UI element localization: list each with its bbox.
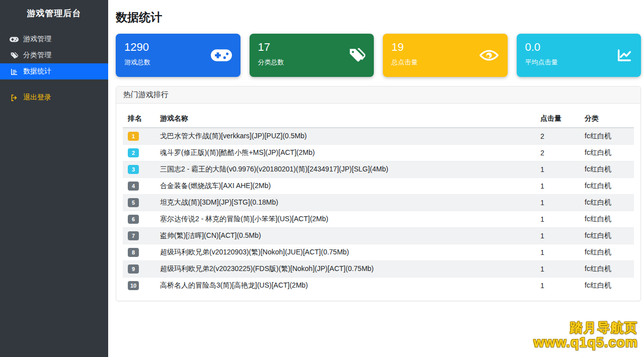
rank-cell: 9: [123, 261, 155, 278]
main-content: 数据统计 1290 游戏总数 17 分类总数: [108, 0, 644, 357]
category-cell: fc红白机: [580, 244, 634, 261]
table-row: 3 三国志2 - 霸王的大陆(v0.9976)(v20180201)(简)[24…: [123, 161, 634, 178]
stat-card-total-clicks: 19 总点击量: [383, 34, 508, 77]
rank-badge: 7: [128, 231, 139, 240]
category-cell: fc红白机: [580, 278, 634, 294]
app-window: 游戏管理后台 游戏管理: [0, 0, 644, 357]
game-name-cell: 三国志2 - 霸王的大陆(v0.9976)(v20180201)(简)[2434…: [155, 161, 535, 178]
clicks-cell: 1: [535, 244, 580, 261]
table-row: 2 魂斗罗(修正版)(简)[酷酷小熊+MS](JP)[ACT](2Mb) 2 f…: [123, 145, 634, 161]
category-cell: fc红白机: [580, 211, 634, 228]
header-name: 游戏名称: [155, 110, 535, 128]
sidebar-nav: 游戏管理 分类管理: [0, 31, 108, 106]
sidebar-item-label: 数据统计: [23, 67, 51, 76]
gamepad-icon: [211, 48, 232, 62]
clicks-cell: 2: [535, 128, 580, 145]
sidebar-item-games[interactable]: 游戏管理: [0, 31, 108, 47]
header-category: 分类: [580, 110, 634, 128]
hot-games-table: 排名 游戏名称 点击量 分类 1 戈巴水管大作战(简): [123, 110, 634, 294]
game-name-cell: 盗帅(繁)[洁晖](CN)[ACT](0.5Mb): [155, 228, 535, 244]
stat-card-total-categories: 17 分类总数: [250, 34, 374, 77]
rank-cell: 4: [123, 178, 155, 195]
game-name-cell: 魂斗罗(修正版)(简)[酷酷小熊+MS](JP)[ACT](2Mb): [155, 145, 535, 161]
rank-badge: 1: [128, 132, 139, 140]
sidebar-item-statistics[interactable]: 数据统计: [0, 63, 108, 79]
category-cell: fc红白机: [580, 145, 634, 161]
rank-badge: 5: [128, 198, 139, 207]
table-header-row: 排名 游戏名称 点击量 分类: [123, 110, 634, 128]
table-row: 8 超级玛利欧兄弟(v20120903)(繁)[Nokoh](JUE)[ACT]…: [123, 244, 634, 261]
table-body: 1 戈巴水管大作战(简)[verkkars](JP)[PUZ](0.5Mb) 2…: [123, 128, 634, 294]
table-row: 9 超级玛利欧兄弟2(v20230225)(FDS版)(繁)[Nokoh](JP…: [123, 261, 634, 278]
rank-cell: 6: [123, 211, 155, 228]
tags-icon: [10, 52, 19, 59]
logout-label: 退出登录: [23, 93, 51, 102]
clicks-cell: 1: [535, 161, 580, 178]
game-name-cell: 高桥名人的冒险岛3(简)[高艳龙](US)[ACT](2Mb): [155, 278, 535, 294]
hot-games-panel: 热门游戏排行 排名 游戏名称 点击量 分类: [116, 86, 641, 301]
sign-out-icon: [10, 94, 19, 102]
stat-card-average-clicks: 0.0 平均点击量: [517, 34, 641, 77]
table-row: 10 高桥名人的冒险岛3(简)[高艳龙](US)[ACT](2Mb) 1 fc红…: [123, 278, 634, 294]
rank-badge: 9: [128, 264, 139, 273]
panel-title: 热门游戏排行: [116, 86, 640, 104]
app-title: 游戏管理后台: [0, 0, 108, 26]
game-name-cell: 超级玛利欧兄弟(v20120903)(繁)[Nokoh](JUE)[ACT](0…: [155, 244, 535, 261]
table-row: 7 盗帅(繁)[洁晖](CN)[ACT](0.5Mb) 1 fc红白机: [123, 228, 634, 244]
clicks-cell: 2: [535, 145, 580, 161]
clicks-cell: 1: [535, 195, 580, 211]
category-cell: fc红白机: [580, 195, 634, 211]
chart-bar-icon: [10, 68, 19, 75]
category-cell: fc红白机: [580, 128, 634, 145]
category-cell: fc红白机: [580, 228, 634, 244]
rank-badge: 10: [128, 281, 139, 290]
header-rank: 排名: [123, 110, 155, 128]
page-title: 数据统计: [116, 10, 641, 25]
gamepad-icon: [10, 36, 19, 43]
category-cell: fc红白机: [580, 261, 634, 278]
game-name-cell: 坦克大战(简)[3DM](JP)[STG](0.18Mb): [155, 195, 535, 211]
category-cell: fc红白机: [580, 161, 634, 178]
table-row: 1 戈巴水管大作战(简)[verkkars](JP)[PUZ](0.5Mb) 2…: [123, 128, 634, 145]
table-row: 5 坦克大战(简)[3DM](JP)[STG](0.18Mb) 1 fc红白机: [123, 195, 634, 211]
rank-cell: 5: [123, 195, 155, 211]
clicks-cell: 1: [535, 178, 580, 195]
rank-cell: 7: [123, 228, 155, 244]
table-row: 6 塞尔达传说2 - 林克的冒险(简)[小笨笨](US)[ACT](2Mb) 1…: [123, 211, 634, 228]
tags-icon: [349, 47, 365, 63]
rank-badge: 8: [128, 248, 139, 256]
sidebar-item-label: 游戏管理: [23, 35, 51, 44]
category-cell: fc红白机: [580, 178, 634, 195]
sidebar: 游戏管理后台 游戏管理: [0, 0, 108, 357]
eye-icon: [479, 48, 499, 62]
game-name-cell: 超级玛利欧兄弟2(v20230225)(FDS版)(繁)[Nokoh](JP)[…: [155, 261, 535, 278]
logout-button[interactable]: 退出登录: [0, 90, 108, 106]
clicks-cell: 1: [535, 278, 580, 294]
game-name-cell: 戈巴水管大作战(简)[verkkars](JP)[PUZ](0.5Mb): [155, 128, 535, 145]
clicks-cell: 1: [535, 211, 580, 228]
rank-cell: 1: [123, 128, 155, 145]
game-name-cell: 塞尔达传说2 - 林克的冒险(简)[小笨笨](US)[ACT](2Mb): [155, 211, 535, 228]
chart-line-icon: [616, 47, 632, 63]
rank-cell: 2: [123, 145, 155, 161]
clicks-cell: 1: [535, 228, 580, 244]
table-row: 4 合金装备(燃烧战车)[AXI AHE](2Mb) 1 fc红白机: [123, 178, 634, 195]
game-name-cell: 合金装备(燃烧战车)[AXI AHE](2Mb): [155, 178, 535, 195]
rank-cell: 10: [123, 278, 155, 294]
rank-badge: 2: [128, 148, 139, 157]
header-clicks: 点击量: [535, 110, 580, 128]
rank-badge: 6: [128, 215, 139, 223]
sidebar-item-categories[interactable]: 分类管理: [0, 47, 108, 63]
rank-cell: 3: [123, 161, 155, 178]
rank-cell: 8: [123, 244, 155, 261]
sidebar-item-label: 分类管理: [23, 51, 51, 60]
stat-cards-row: 1290 游戏总数 17 分类总数: [116, 34, 641, 77]
clicks-cell: 1: [535, 261, 580, 278]
panel-body: 排名 游戏名称 点击量 分类 1 戈巴水管大作战(简): [116, 104, 640, 301]
rank-badge: 3: [128, 165, 139, 173]
rank-badge: 4: [128, 182, 139, 190]
stat-card-total-games: 1290 游戏总数: [116, 34, 240, 77]
